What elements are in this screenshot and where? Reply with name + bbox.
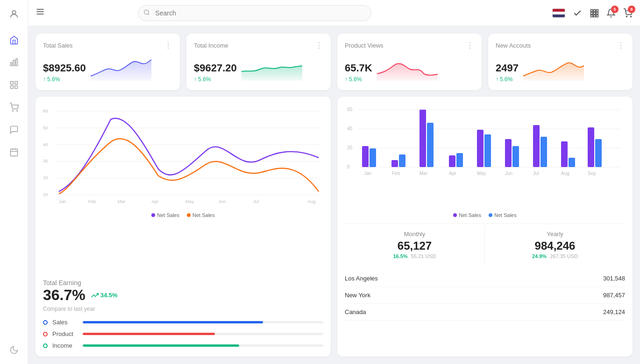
svg-rect-25 <box>590 15 592 17</box>
product-track <box>83 333 323 335</box>
language-flag[interactable] <box>552 8 565 18</box>
sidebar-item-chat[interactable] <box>5 120 23 139</box>
svg-rect-3 <box>16 59 17 66</box>
sidebar-item-theme[interactable] <box>5 341 23 359</box>
sidebar-item-chart[interactable] <box>5 53 23 72</box>
svg-rect-64 <box>449 155 455 167</box>
header: 5 8 <box>28 0 640 26</box>
monthly-sub: 16.5% 55.21 USD <box>352 253 477 259</box>
monthly-stat: Monthly 65,127 16.5% 55.21 USD <box>345 224 485 266</box>
sales-track <box>83 321 323 323</box>
total-earning-change: 34.5% <box>91 292 118 299</box>
svg-rect-6 <box>10 86 13 89</box>
svg-rect-23 <box>593 12 595 14</box>
svg-text:Jun: Jun <box>505 171 512 176</box>
up-arrow-icon: ↑ <box>194 76 197 83</box>
svg-text:Mar: Mar <box>420 171 428 176</box>
income-track <box>83 344 323 347</box>
svg-text:Feb: Feb <box>392 171 400 176</box>
stat-card-product-views: Product Views ⋮ 65.7K ↑ 5.6% <box>337 34 482 90</box>
line-chart-legend: Net Sales Net Sales <box>43 212 323 218</box>
svg-text:10: 10 <box>43 192 48 197</box>
city-la-name: Los Angeles <box>345 275 378 282</box>
svg-text:May: May <box>185 199 194 204</box>
svg-rect-59 <box>370 148 376 167</box>
left-panel-footer: Total Earning 36.7% 34.5% Compare to las… <box>43 279 323 349</box>
svg-point-8 <box>12 111 13 112</box>
sidebar-item-cart[interactable] <box>5 98 23 117</box>
svg-rect-4 <box>10 82 13 84</box>
cart-button[interactable]: 8 <box>623 8 633 18</box>
header-actions: 5 8 <box>552 8 633 18</box>
right-panel: 60 40 20 0 <box>337 97 633 357</box>
svg-point-29 <box>631 16 632 17</box>
svg-rect-67 <box>484 134 491 167</box>
svg-point-17 <box>144 10 149 14</box>
notifications-button[interactable]: 5 <box>606 8 616 18</box>
city-row-la: Los Angeles 301,548 <box>345 270 625 287</box>
progress-bars: Sales Product <box>43 319 323 349</box>
total-sales-change: ↑ 5.6% <box>43 76 86 83</box>
bar-chart-legend: Net Sales Net Sales <box>345 212 625 218</box>
notifications-badge: 5 <box>611 6 619 13</box>
progress-row-income: Income <box>43 342 323 349</box>
svg-rect-5 <box>14 82 17 84</box>
cart-badge: 8 <box>628 6 635 13</box>
new-accounts-value: 2497 <box>496 62 519 74</box>
total-sales-value: $8925.60 <box>43 62 86 74</box>
city-canada-name: Canada <box>345 308 366 315</box>
product-views-title: Product Views <box>345 42 384 49</box>
search-input[interactable] <box>138 5 371 21</box>
svg-rect-22 <box>590 12 592 14</box>
content-area: Total Sales ⋮ $8925.60 ↑ 5.6% <box>28 26 640 364</box>
svg-text:Jul: Jul <box>533 171 539 176</box>
main-content: 5 8 Total Sales ⋮ $8925.60 <box>28 0 640 364</box>
bar-legend-label-1: Net Sales <box>459 212 481 218</box>
sidebar-item-grid[interactable] <box>5 76 23 94</box>
yearly-label: Yearly <box>492 231 618 238</box>
monthly-value: 65,127 <box>352 239 477 252</box>
income-fill <box>83 344 239 347</box>
svg-text:May: May <box>477 171 486 176</box>
product-views-value: 65.7K <box>345 62 372 74</box>
total-income-more[interactable]: ⋮ <box>315 41 323 50</box>
svg-text:Aug: Aug <box>561 171 569 176</box>
product-views-change: ↑ 5.6% <box>345 76 372 83</box>
svg-rect-10 <box>10 149 17 156</box>
svg-rect-21 <box>596 9 598 11</box>
bar-legend-label-2: Net Sales <box>494 212 517 218</box>
product-label: Product <box>52 330 78 337</box>
city-ny-name: New York <box>345 292 370 299</box>
svg-rect-66 <box>477 130 484 167</box>
svg-text:50: 50 <box>43 125 48 130</box>
total-sales-more[interactable]: ⋮ <box>164 41 172 50</box>
stat-card-total-sales: Total Sales ⋮ $8925.60 ↑ 5.6% <box>36 34 180 90</box>
svg-rect-69 <box>512 146 519 167</box>
sidebar-item-home[interactable] <box>5 31 23 49</box>
stat-cards-row: Total Sales ⋮ $8925.60 ↑ 5.6% <box>36 34 633 90</box>
stat-card-total-income: Total Income ⋮ $9627.20 ↑ 5.6% <box>186 34 331 90</box>
svg-text:20: 20 <box>43 175 48 180</box>
svg-rect-68 <box>505 139 512 167</box>
svg-text:60: 60 <box>347 107 353 112</box>
checkmark-button[interactable] <box>573 8 582 18</box>
city-canada-value: 249,124 <box>603 308 625 315</box>
svg-text:Apr: Apr <box>151 199 159 204</box>
menu-button[interactable] <box>36 7 45 19</box>
legend-label-1: Net Sales <box>157 212 179 218</box>
apps-button[interactable] <box>590 8 599 18</box>
left-panel: 60 50 40 30 20 10 <box>36 97 331 357</box>
svg-text:Aug: Aug <box>307 199 315 204</box>
svg-text:0: 0 <box>347 164 350 169</box>
sales-label: Sales <box>52 319 78 326</box>
product-fill <box>83 333 215 335</box>
svg-rect-58 <box>362 146 369 167</box>
product-views-more[interactable]: ⋮ <box>466 41 474 50</box>
sidebar-item-calendar[interactable] <box>5 143 23 161</box>
sidebar <box>0 0 28 364</box>
new-accounts-more[interactable]: ⋮ <box>617 41 625 50</box>
svg-line-18 <box>148 14 149 15</box>
svg-text:40: 40 <box>43 142 48 147</box>
sales-fill <box>83 321 263 323</box>
sidebar-item-avatar[interactable] <box>5 5 23 23</box>
